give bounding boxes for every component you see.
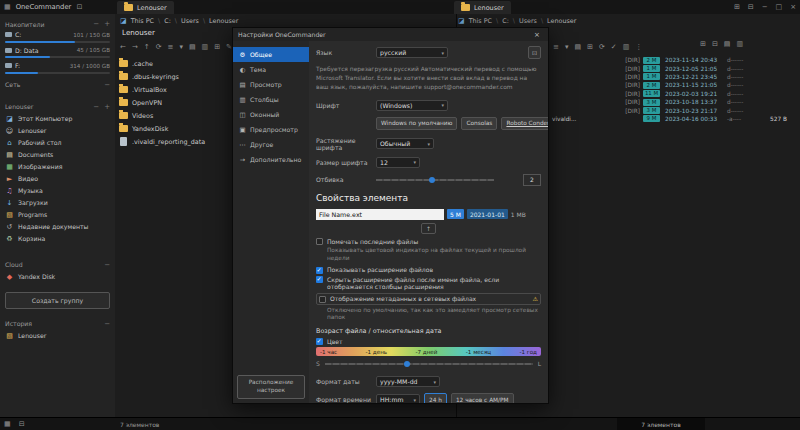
settings-location-button[interactable]: Расположение настроек	[237, 375, 305, 399]
toolbar-icon[interactable]: ←	[120, 44, 126, 51]
sidebar-item[interactable]: ◆ Yandex Disk	[5, 271, 110, 283]
toolbar-icon[interactable]: ≡	[553, 44, 559, 51]
font-consolas-button[interactable]: Consolas	[461, 117, 497, 130]
breadcrumb-segment[interactable]: Users	[509, 17, 537, 25]
collapse-icon[interactable]: −	[93, 20, 99, 28]
table-row[interactable]: vivaldi... 9 M 2023-04-16 00:33 -a---- 5…	[552, 115, 798, 123]
breadcrumb-segment[interactable]: C:	[154, 17, 171, 25]
collapse-icon[interactable]: −	[104, 320, 110, 328]
file-row[interactable]: .VirtualBox	[119, 83, 231, 96]
file-row[interactable]: .vivaldi_reporting_data	[119, 135, 231, 148]
collapse-icon[interactable]: −	[93, 103, 99, 111]
tab-left-pane[interactable]: Lenouser	[117, 1, 174, 14]
breadcrumb-segment[interactable]: C:	[492, 17, 509, 25]
file-row[interactable]: OpenVPN	[119, 96, 231, 109]
add-icon[interactable]: +	[104, 20, 110, 28]
padding-slider[interactable]	[376, 175, 494, 184]
toolbar-icon[interactable]: ⋮	[635, 44, 642, 51]
color-checkbox[interactable]	[316, 338, 323, 345]
ampm-button[interactable]: 12 часов с AM/PM	[451, 393, 514, 403]
toolbar-icon[interactable]: ⊞	[214, 44, 220, 51]
time-format-select[interactable]: HH:mm ▾	[376, 394, 420, 403]
sidebar-item[interactable]: ⌂ Рабочий стол	[5, 137, 110, 149]
view-mode-icon[interactable]: ▥	[736, 41, 743, 48]
toolbar-icon[interactable]: ▤	[574, 44, 581, 51]
dialog-nav-item[interactable]: ▤ Просмотр	[233, 77, 309, 92]
font-stretch-select[interactable]: Обычный ▾	[376, 138, 434, 149]
close-icon[interactable]: ×	[531, 31, 543, 39]
table-row[interactable]: [DIR] 3 M 2023-10-23 21:17 d------	[552, 106, 798, 114]
status-list-icon[interactable]: ⊟	[19, 421, 25, 428]
add-icon[interactable]: +	[104, 103, 110, 111]
app-menu-icon[interactable]: ▦	[4, 4, 11, 11]
dialog-nav-item[interactable]: ◫ Оконный	[233, 107, 309, 122]
toolbar-icon[interactable]: ⟳	[599, 44, 605, 51]
dialog-nav-item[interactable]: → Дополнительно	[233, 152, 309, 167]
toolbar-icon[interactable]: ▾	[179, 44, 183, 51]
breadcrumb-segment[interactable]: This PC	[469, 17, 492, 25]
sidebar-item[interactable]: ◪ Этот Компьютер	[5, 113, 110, 125]
view-mode-icon[interactable]: ⊞	[700, 41, 706, 48]
checkbox[interactable]	[316, 276, 323, 283]
status-menu-icon[interactable]: ▦	[4, 421, 11, 428]
toolbar-icon[interactable]: ≡	[168, 44, 174, 51]
font-size-select[interactable]: 12 ▾	[376, 157, 420, 168]
font-default-button[interactable]: Windows по умолчанию	[376, 117, 457, 130]
toolbar-icon[interactable]: ▤	[189, 44, 196, 51]
table-row[interactable]: [DIR] 11 M 2023-02-03 19:21 d------	[552, 90, 798, 98]
toolbar-icon[interactable]: ↑	[144, 44, 150, 51]
font-select[interactable]: (Windows) ▾	[376, 100, 448, 111]
toolbar-icon[interactable]: ▥	[623, 44, 630, 51]
age-color-gradient[interactable]: -1 час-1 день-7 дней-1 месяц-1 год	[316, 347, 541, 356]
saturation-lightness-slider[interactable]	[325, 359, 533, 368]
checkbox[interactable]	[316, 238, 323, 245]
dialog-titlebar[interactable]: Настройки OneCommander ×	[233, 28, 548, 41]
close-icon[interactable]: ×	[790, 4, 796, 11]
file-row[interactable]: YandexDisk	[119, 122, 231, 135]
sidebar-item[interactable]: ► Видео	[5, 173, 110, 185]
file-row[interactable]: .cache	[119, 57, 231, 70]
sidebar-item[interactable]: ▧ Programs	[5, 209, 110, 221]
create-group-button[interactable]: Создать группу	[5, 292, 110, 309]
toolbar-icon[interactable]: ▾	[565, 44, 569, 51]
toolbar-icon[interactable]: ✎	[226, 44, 232, 51]
breadcrumb-segment[interactable]: Users	[171, 17, 199, 25]
minimize-icon[interactable]: −	[762, 4, 768, 11]
collapse-icon[interactable]: −	[104, 261, 110, 269]
dialog-nav-item[interactable]: ▥ Столбцы	[233, 92, 309, 107]
toolbar-icon[interactable]: ⟳	[156, 44, 162, 51]
sidebar-item[interactable]: ♻ Корзина	[5, 233, 110, 245]
up-arrow-button[interactable]: ↑	[421, 223, 436, 234]
toolbar-icon[interactable]: →	[132, 44, 138, 51]
table-row[interactable]: [DIR] 1 M 2023-12-21 23:45 d------	[552, 73, 798, 81]
view-mode-icon[interactable]: ▤	[724, 41, 731, 48]
toolbar-icon[interactable]: ▥	[202, 44, 209, 51]
sidebar-item[interactable]: ☺ Lenouser	[5, 125, 110, 137]
sidebar-item[interactable]: ♫ Музыка	[5, 185, 110, 197]
toolbar-icon[interactable]: ✓	[611, 44, 617, 51]
sidebar-item[interactable]: ▤ Documents	[5, 149, 110, 161]
breadcrumb-segment[interactable]: Lenouser	[537, 17, 576, 25]
toolbar-icon[interactable]: ⊞	[587, 44, 593, 51]
dialog-nav-item[interactable]: ◐ Тема	[233, 62, 309, 77]
checkbox[interactable]	[319, 296, 326, 303]
sidebar-item[interactable]: ↓ Загрузки	[5, 197, 110, 209]
checkbox[interactable]	[316, 267, 323, 274]
collapse-icon[interactable]: −	[104, 81, 110, 89]
drive-item[interactable]: C: 101 / 150 GB	[5, 30, 110, 43]
maximize-icon[interactable]: □	[776, 4, 783, 11]
breadcrumb-segment[interactable]: This PC	[131, 17, 154, 25]
tab-right-pane[interactable]: Lenouser	[454, 1, 511, 14]
font-roboto-button[interactable]: Roboto Condensed	[501, 117, 548, 130]
new-window-icon[interactable]: ⊡	[76, 4, 82, 11]
table-row[interactable]: [DIR] 3 M 2023-10-18 13:37 d------	[552, 98, 798, 106]
view-mode-icon[interactable]: ⊟	[712, 41, 718, 48]
layout-single-icon[interactable]: ⊞	[734, 4, 740, 11]
drive-item[interactable]: D: Data 45 / 105 GB	[5, 46, 110, 59]
24h-button[interactable]: 24 h	[424, 393, 447, 403]
sidebar-item[interactable]: ▦ Изображения	[5, 161, 110, 173]
language-select[interactable]: русский ▾	[376, 47, 448, 58]
date-format-select[interactable]: yyyy-MM-dd ▾	[376, 376, 440, 387]
dialog-nav-item[interactable]: ⋯ Другое	[233, 137, 309, 152]
drive-item[interactable]: F: 314 / 1000 GB	[5, 61, 110, 74]
